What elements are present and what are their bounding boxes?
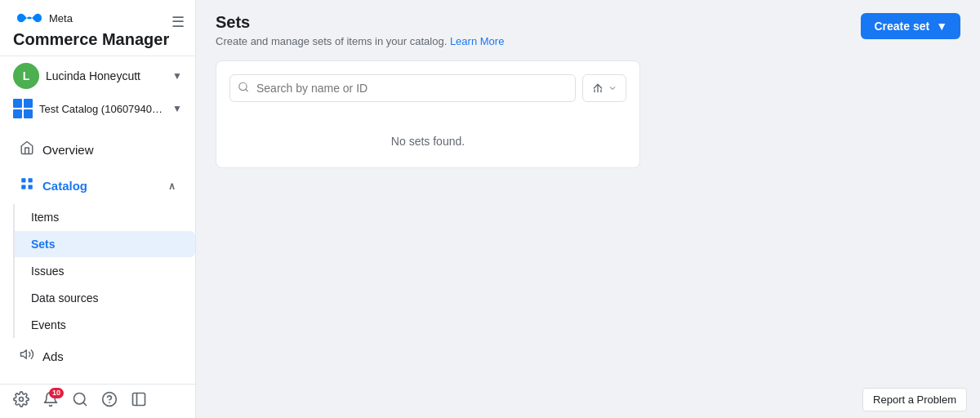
svg-rect-0 bbox=[21, 178, 25, 182]
search-bar bbox=[229, 74, 626, 102]
catalog-chevron-icon: ▼ bbox=[172, 103, 182, 114]
sort-chevron-icon bbox=[608, 83, 617, 93]
meta-logo: Meta bbox=[13, 10, 182, 26]
sidebar-item-catalog[interactable]: Catalog ∧ bbox=[7, 168, 189, 203]
create-set-label: Create set bbox=[874, 20, 929, 33]
issues-label: Issues bbox=[31, 265, 64, 278]
svg-marker-4 bbox=[21, 350, 27, 359]
ads-icon bbox=[20, 347, 34, 366]
main-header-text: Sets Create and manage sets of items in … bbox=[216, 13, 504, 47]
page-title: Sets bbox=[216, 13, 504, 32]
search-icon bbox=[238, 82, 249, 96]
catalog-expand-icon: ∧ bbox=[168, 180, 176, 192]
learn-more-link[interactable]: Learn More bbox=[450, 35, 504, 47]
user-selector[interactable]: L Lucinda Honeycutt ▼ bbox=[0, 56, 195, 96]
report-problem-button[interactable]: Report a Problem bbox=[862, 388, 967, 411]
search-input-wrap bbox=[229, 74, 576, 102]
catalog-grid-icon bbox=[13, 99, 33, 118]
svg-rect-14 bbox=[133, 394, 145, 406]
app-title: Commerce Manager bbox=[13, 29, 182, 49]
data-sources-label: Data sources bbox=[31, 291, 98, 305]
no-sets-message: No sets found. bbox=[229, 115, 626, 154]
sidebar-header: Meta Commerce Manager ☰ bbox=[0, 0, 195, 56]
footer-settings-icon[interactable] bbox=[13, 391, 29, 411]
meta-text: Meta bbox=[49, 12, 73, 24]
sidebar-item-ads-label: Ads bbox=[42, 349, 176, 363]
main-body: No sets found. bbox=[196, 60, 980, 418]
menu-icon[interactable]: ☰ bbox=[172, 13, 185, 31]
sidebar-footer: 10 bbox=[0, 384, 195, 418]
main-content-area: Sets Create and manage sets of items in … bbox=[196, 0, 980, 418]
user-chevron-icon: ▼ bbox=[172, 70, 182, 82]
meta-logo-icon bbox=[13, 10, 46, 26]
svg-rect-3 bbox=[29, 185, 33, 189]
create-set-chevron-icon: ▼ bbox=[936, 20, 947, 33]
home-icon bbox=[20, 140, 34, 159]
sidebar: Meta Commerce Manager ☰ L Lucinda Honeyc… bbox=[0, 0, 196, 418]
items-label: Items bbox=[31, 211, 59, 224]
page-subtitle: Create and manage sets of items in your … bbox=[216, 35, 504, 47]
sidebar-item-events[interactable]: Events bbox=[15, 312, 195, 338]
sets-panel: No sets found. bbox=[216, 60, 640, 168]
sidebar-nav: Overview Catalog ∧ Items Sets bbox=[0, 125, 195, 384]
sort-button[interactable] bbox=[582, 74, 626, 102]
search-input[interactable] bbox=[229, 74, 576, 102]
sidebar-item-overview-label: Overview bbox=[42, 143, 176, 157]
svg-rect-1 bbox=[29, 178, 33, 182]
svg-point-9 bbox=[20, 398, 24, 402]
footer-search-icon[interactable] bbox=[72, 391, 88, 411]
user-name: Lucinda Honeycutt bbox=[46, 69, 166, 82]
svg-line-17 bbox=[246, 89, 248, 91]
sidebar-item-data-sources[interactable]: Data sources bbox=[15, 285, 195, 311]
footer-help-icon[interactable] bbox=[101, 391, 118, 411]
catalog-selector[interactable]: Test Catalog (106079406783... ▼ bbox=[0, 96, 195, 125]
create-set-button[interactable]: Create set ▼ bbox=[861, 13, 960, 39]
footer-expand-icon[interactable] bbox=[131, 391, 147, 411]
svg-rect-2 bbox=[21, 185, 25, 189]
sets-label: Sets bbox=[31, 238, 56, 251]
catalog-name: Test Catalog (106079406783... bbox=[39, 103, 166, 115]
sidebar-item-items[interactable]: Items bbox=[15, 204, 195, 230]
sidebar-item-overview[interactable]: Overview bbox=[7, 132, 189, 167]
notification-badge: 10 bbox=[49, 388, 64, 398]
sidebar-item-catalog-label: Catalog bbox=[42, 179, 160, 193]
catalog-sub-menu: Items Sets Issues Data sources Events bbox=[13, 204, 195, 338]
sidebar-item-issues[interactable]: Issues bbox=[15, 258, 195, 284]
sidebar-item-shops[interactable]: Shops bbox=[7, 375, 189, 384]
sidebar-item-sets[interactable]: Sets bbox=[15, 231, 195, 257]
catalog-icon bbox=[20, 176, 34, 195]
sort-icon bbox=[591, 82, 604, 95]
svg-line-11 bbox=[83, 402, 87, 406]
events-label: Events bbox=[31, 318, 66, 331]
subtitle-text: Create and manage sets of items in your … bbox=[216, 35, 447, 47]
sidebar-item-ads[interactable]: Ads bbox=[7, 339, 189, 374]
user-avatar: L bbox=[13, 63, 39, 89]
footer-notifications-icon[interactable]: 10 bbox=[42, 391, 59, 411]
main-header: Sets Create and manage sets of items in … bbox=[196, 0, 980, 60]
